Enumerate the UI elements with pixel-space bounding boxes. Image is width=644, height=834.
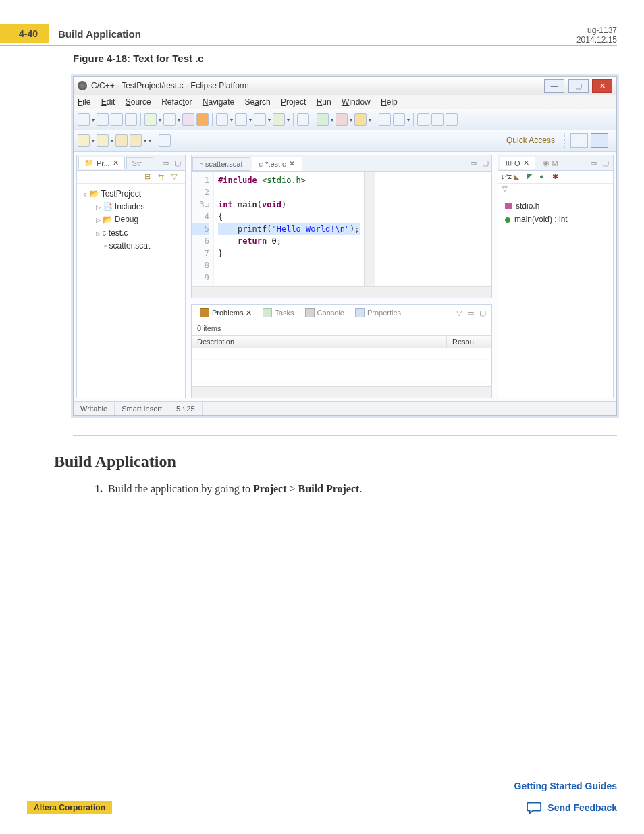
perspective-switcher — [564, 133, 608, 148]
new-icon[interactable] — [78, 113, 90, 126]
cpp-perspective-icon[interactable] — [591, 133, 608, 148]
quick-access[interactable]: Quick Access — [506, 136, 564, 145]
tree-includes[interactable]: 📑 Includes — [84, 201, 182, 213]
view-menu-icon[interactable]: ▽ — [171, 172, 181, 182]
back-icon[interactable] — [115, 134, 128, 147]
probs-min-icon[interactable]: ▭ — [464, 309, 477, 317]
pin-icon[interactable] — [159, 134, 171, 147]
eclipse-window: C/C++ - TestProject/test.c - Eclipse Pla… — [73, 76, 617, 416]
tab-structure[interactable]: Str... — [126, 157, 154, 169]
save-icon[interactable] — [97, 113, 109, 126]
ol-sort-icon[interactable]: ↓ᴬz — [501, 172, 510, 182]
menu-source[interactable]: Source — [126, 97, 151, 107]
col-description[interactable]: Description — [192, 336, 447, 348]
view-menu-icon[interactable]: ▽ — [454, 309, 464, 317]
ol-filter1-icon[interactable]: ◣ — [514, 172, 523, 182]
tab-outline[interactable]: ⊞ O ✕ — [500, 157, 535, 169]
ol-menu-icon[interactable]: ▽ — [498, 184, 613, 194]
toolbar-sep6 — [413, 113, 414, 126]
tab-console[interactable]: Console — [300, 306, 350, 319]
status-cursor: 5 : 25 — [169, 402, 203, 415]
tb-z[interactable] — [431, 113, 444, 126]
menu-window[interactable]: Window — [342, 97, 371, 107]
editor-tab-scatter[interactable]: ▫ scatter.scat — [192, 157, 250, 171]
link-editor-icon[interactable]: ⇆ — [158, 172, 167, 182]
view-min-icon[interactable]: ▭ — [159, 159, 171, 167]
maximize-button[interactable]: ▢ — [568, 79, 589, 93]
open-type-icon[interactable] — [216, 113, 228, 126]
tgt-icon[interactable] — [182, 113, 194, 126]
debug-icon[interactable] — [144, 113, 157, 126]
figure-caption: Figure 4-18: Text for Test .c — [73, 53, 644, 64]
tab-problems[interactable]: Problems ✕ — [194, 306, 257, 319]
tb-x[interactable] — [393, 113, 405, 126]
tb-c[interactable] — [273, 113, 285, 126]
ol-min-icon[interactable]: ▭ — [587, 159, 599, 167]
ext-tools-icon[interactable] — [336, 113, 348, 126]
editor-min-icon[interactable]: ▭ — [467, 159, 479, 167]
step-list: 1. Build the application by going to Pro… — [95, 481, 590, 497]
footer-link-guides[interactable]: Getting Started Guides — [514, 781, 617, 791]
col-resource[interactable]: Resou — [447, 336, 491, 348]
tree-testc[interactable]: c test.c — [84, 227, 182, 240]
outline-tree: stdio.h main(void) : int — [498, 194, 613, 232]
menu-help[interactable]: Help — [381, 97, 398, 107]
menu-search[interactable]: Search — [245, 97, 271, 107]
tree-project[interactable]: 📂 TestProject — [84, 188, 182, 201]
send-feedback-link[interactable]: Send Feedback — [514, 801, 617, 814]
doc-meta: ug-1137 2014.12.15 — [576, 24, 617, 45]
tb-p[interactable] — [446, 113, 458, 126]
close-button[interactable]: ✕ — [592, 79, 612, 93]
tree-debug[interactable]: 📂 Debug — [84, 213, 182, 226]
fwd-icon[interactable] — [130, 134, 142, 147]
menu-refactor[interactable]: Refactor — [161, 97, 192, 107]
problems-rows — [192, 348, 491, 386]
menu-edit[interactable]: Edit — [101, 97, 115, 107]
ol-group-icon[interactable]: ✱ — [552, 172, 562, 182]
tree-scatter[interactable]: ▫ scatter.scat — [84, 240, 182, 253]
annot-icon[interactable] — [97, 134, 109, 147]
probs-max-icon[interactable]: ▢ — [477, 309, 489, 317]
view-max-icon[interactable]: ▢ — [171, 159, 184, 167]
code-editor[interactable]: 12 3⊟ 4 5 67 89 #include <stdio.h> int m… — [192, 172, 491, 286]
ol-hide-icon[interactable]: ● — [539, 172, 549, 182]
feed-icon[interactable] — [196, 113, 209, 126]
tb-y[interactable] — [417, 113, 429, 126]
profile-icon[interactable] — [354, 113, 367, 126]
workspace: 📁 Pr... ✕ Str... ▭ ▢ ⊟ ⇆ ▽ 📂 TestProject… — [74, 151, 616, 401]
tb-b[interactable] — [254, 113, 266, 126]
page-footer: Altera Corporation Getting Started Guide… — [27, 781, 617, 814]
save-all-icon[interactable] — [111, 113, 123, 126]
build-icon[interactable] — [163, 113, 176, 126]
titlebar: C/C++ - TestProject/test.c - Eclipse Pla… — [74, 77, 616, 95]
ol-filter2-icon[interactable]: ◤ — [527, 172, 536, 182]
editor-tab-testc[interactable]: c *test.c ✕ — [252, 157, 302, 171]
toolbar-main: ▾ ▾ ▾ ▾ ▾ ▾ ▾ ▾ ▾ ▾ ▾ — [74, 109, 616, 130]
tab-tasks[interactable]: Tasks — [257, 306, 299, 319]
editor-scrollbar-v[interactable] — [364, 172, 375, 286]
last-edit-icon[interactable] — [78, 134, 90, 147]
tab-make[interactable]: ◉ M — [537, 157, 564, 169]
search-icon[interactable] — [297, 113, 309, 126]
tab-properties[interactable]: Properties — [350, 306, 406, 319]
problems-scrollbar-h[interactable] — [192, 386, 491, 398]
editor-scrollbar-h[interactable] — [192, 286, 491, 298]
editor-max-icon[interactable]: ▢ — [479, 159, 491, 167]
menu-file[interactable]: File — [78, 97, 90, 107]
ol-max-icon[interactable]: ▢ — [599, 159, 612, 167]
tab-project-explorer[interactable]: 📁 Pr... ✕ — [78, 157, 125, 169]
outline-main[interactable]: main(void) : int — [505, 213, 606, 226]
collapse-all-icon[interactable]: ⊟ — [144, 172, 154, 182]
menu-navigate[interactable]: Navigate — [203, 97, 234, 107]
run-icon[interactable] — [317, 113, 329, 126]
problems-view: Problems ✕ Tasks Console Properties ▽ ▭ … — [191, 304, 492, 398]
menu-run[interactable]: Run — [317, 97, 331, 107]
minimize-button[interactable]: — — [544, 79, 564, 93]
section-heading: Build Application — [54, 452, 644, 471]
tb-a[interactable] — [235, 113, 247, 126]
open-perspective-icon[interactable] — [570, 133, 588, 148]
outline-stdio[interactable]: stdio.h — [505, 199, 606, 213]
menu-project[interactable]: Project — [281, 97, 306, 107]
print-icon[interactable] — [125, 113, 137, 126]
open-task-icon[interactable] — [379, 113, 391, 126]
